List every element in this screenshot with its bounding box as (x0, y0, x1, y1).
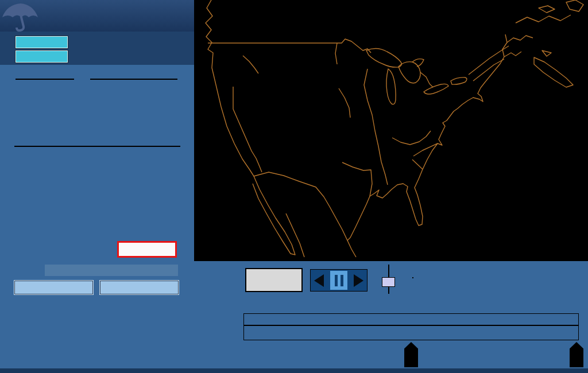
bottom-border-strip (0, 368, 588, 373)
step-back-icon[interactable] (314, 274, 324, 287)
year-grid (16, 79, 74, 80)
time-strip-window-band[interactable] (243, 313, 579, 325)
step-forward-icon[interactable] (354, 274, 363, 287)
us-precipitation-map[interactable] (194, 0, 588, 261)
help-tutorial-button[interactable] (16, 50, 68, 63)
window-end-marker[interactable] (570, 342, 583, 367)
window-start-marker[interactable] (404, 342, 418, 367)
umbrella-icon (0, 0, 40, 32)
time-strip-hour-row[interactable] (243, 325, 579, 340)
text-reports-button[interactable] (16, 36, 68, 48)
month-grid (90, 79, 177, 80)
pause-icon[interactable] (330, 271, 347, 290)
zoom-out-full-button[interactable] (14, 281, 93, 294)
zoom-out-x2-button[interactable] (100, 281, 179, 294)
speed-slider-handle[interactable] (382, 277, 395, 287)
playback-controls (310, 269, 368, 292)
day-grid (14, 146, 180, 147)
duration-options (412, 277, 413, 278)
app-header (0, 0, 194, 32)
state-borders-layer (194, 0, 588, 261)
end-hour-next-day-button[interactable] (117, 241, 177, 258)
show-history-toggle[interactable] (245, 268, 303, 292)
status-bar (45, 265, 178, 276)
